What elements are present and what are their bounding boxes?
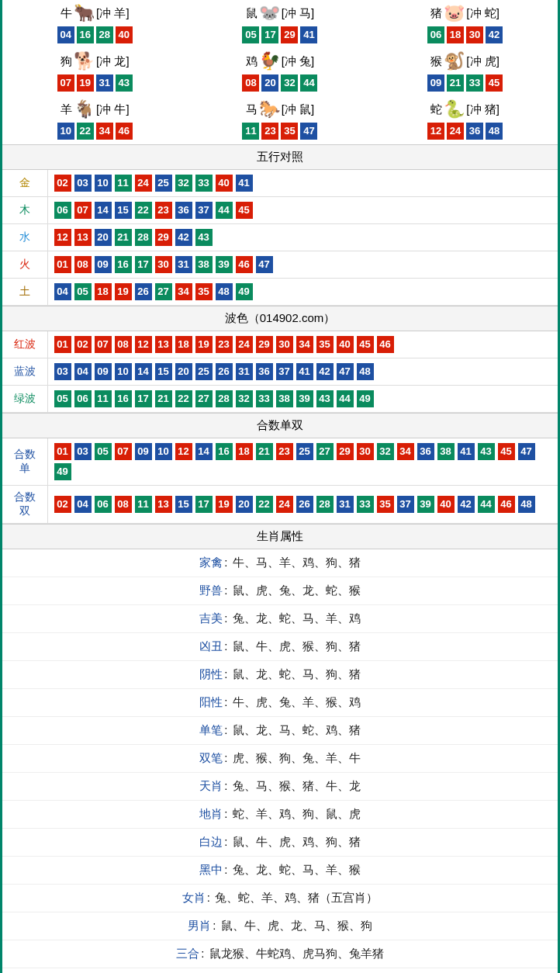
number-ball: 07: [115, 443, 132, 460]
number-ball: 16: [115, 256, 132, 273]
heshu-header: 合数单双: [2, 413, 558, 438]
attr-key: 阴性: [199, 667, 223, 680]
zodiac-icon: 🐒: [444, 53, 465, 70]
number-ball: 04: [54, 283, 71, 300]
number-ball: 08: [115, 336, 132, 353]
attr-value: 鼠、虎、兔、龙、蛇、猴: [233, 583, 361, 597]
zodiac-clash: [冲 兔]: [282, 54, 315, 69]
number-ball: 32: [175, 175, 192, 192]
number-ball: 14: [135, 363, 152, 380]
number-ball: 26: [216, 363, 233, 380]
number-ball: 47: [300, 123, 317, 140]
row-label: 合数单: [2, 438, 47, 486]
number-ball: 10: [57, 123, 74, 140]
row-label: 土: [2, 279, 47, 306]
number-ball: 05: [95, 443, 112, 460]
number-ball: 42: [316, 363, 334, 380]
number-ball: 11: [115, 175, 132, 192]
number-ball: 40: [437, 496, 455, 513]
attr-key: 男肖: [188, 919, 211, 932]
attr-row: 女肖: 兔、蛇、羊、鸡、猪（五宫肖）: [2, 885, 558, 912]
zodiac-name: 鼠: [246, 6, 258, 21]
number-ball: 33: [357, 496, 374, 513]
zodiac-clash: [冲 猪]: [466, 102, 500, 117]
table-row: 水1213202128294243: [2, 224, 558, 251]
number-ball: 43: [478, 443, 495, 460]
number-ball: 13: [74, 229, 92, 246]
attr-value: 兔、马、猴、猪、牛、龙: [233, 779, 361, 792]
number-ball: 44: [478, 496, 495, 513]
number-ball: 47: [256, 256, 273, 273]
number-ball: 13: [155, 496, 172, 513]
number-ball: 06: [54, 202, 71, 219]
number-ball: 07: [95, 336, 112, 353]
attr-sep: :: [224, 835, 230, 848]
attr-row: 凶丑: 鼠、牛、虎、猴、狗、猪: [2, 633, 558, 661]
number-ball: 42: [458, 496, 475, 513]
number-ball: 21: [256, 443, 273, 460]
number-ball: 29: [155, 229, 172, 246]
attr-row: 单笔: 鼠、龙、马、蛇、鸡、猪: [2, 717, 558, 745]
attr-sep: :: [224, 807, 230, 820]
table-row: 木06071415222336374445: [2, 197, 558, 224]
number-ball: 02: [54, 175, 71, 192]
zodiac-name: 牛: [60, 6, 72, 21]
number-ball: 46: [498, 496, 515, 513]
attr-key: 野兽: [199, 583, 223, 597]
number-ball: 41: [458, 443, 475, 460]
number-ball: 15: [175, 496, 192, 513]
number-ball: 37: [276, 363, 293, 380]
attr-sep: :: [224, 667, 230, 680]
attr-sep: :: [213, 919, 219, 932]
number-ball: 35: [377, 496, 394, 513]
number-ball: 25: [155, 175, 172, 192]
number-ball: 33: [195, 175, 213, 192]
number-ball: 31: [175, 256, 192, 273]
attr-sep: :: [224, 723, 230, 736]
zodiac-cell: 马🐎[冲 鼠]11233547: [188, 96, 373, 144]
number-ball: 15: [115, 202, 132, 219]
attr-key: 三合: [176, 947, 199, 960]
number-ball: 22: [256, 496, 273, 513]
row-numbers: 0102070812131819232429303435404546: [47, 331, 558, 358]
number-ball: 43: [195, 229, 213, 246]
number-ball: 19: [195, 336, 213, 353]
attr-key: 家禽: [199, 556, 223, 569]
zodiac-clash: [冲 鼠]: [282, 102, 315, 117]
table-row: 金02031011242532334041: [2, 170, 558, 197]
number-ball: 29: [281, 26, 298, 43]
wuxing-header: 五行对照: [2, 144, 558, 170]
row-label: 金: [2, 170, 47, 197]
number-ball: 07: [57, 74, 74, 92]
number-ball: 03: [74, 175, 92, 192]
attr-value: 蛇、羊、鸡、狗、鼠、虎: [233, 807, 361, 820]
number-ball: 34: [296, 336, 313, 353]
number-ball: 18: [175, 336, 192, 353]
zodiac-clash: [冲 马]: [282, 6, 315, 21]
number-ball: 04: [57, 26, 74, 43]
zodiac-icon: 🐐: [74, 101, 95, 118]
number-ball: 17: [135, 256, 152, 273]
attr-key: 女肖: [182, 891, 206, 904]
number-ball: 18: [236, 443, 253, 460]
heshu-table: 合数单0103050709101214161821232527293032343…: [2, 438, 558, 524]
attr-value: 牛、马、羊、鸡、狗、猪: [233, 556, 361, 569]
zodiac-icon: 🐎: [259, 101, 280, 118]
zodiac-numbers: 07193143: [2, 74, 188, 92]
number-ball: 22: [175, 390, 192, 407]
attr-sep: :: [201, 947, 207, 960]
number-ball: 44: [216, 202, 233, 219]
number-ball: 16: [115, 390, 132, 407]
attr-row: 天肖: 兔、马、猴、猪、牛、龙: [2, 773, 558, 801]
zodiac-grid: 牛🐂[冲 羊]04162840鼠🐭[冲 马]05172941猪🐷[冲 蛇]061…: [2, 0, 558, 144]
number-ball: 09: [427, 74, 444, 92]
attr-row: 家禽: 牛、马、羊、鸡、狗、猪: [2, 549, 558, 577]
number-ball: 01: [54, 443, 71, 460]
zodiac-cell: 牛🐂[冲 羊]04162840: [2, 0, 188, 48]
number-ball: 17: [135, 390, 152, 407]
number-ball: 05: [54, 390, 71, 407]
attr-row: 白边: 鼠、牛、虎、鸡、狗、猪: [2, 829, 558, 857]
number-ball: 25: [195, 363, 213, 380]
row-numbers: 03040910141520252631363741424748: [47, 358, 558, 386]
row-numbers: 0204060811131517192022242628313335373940…: [47, 486, 558, 524]
